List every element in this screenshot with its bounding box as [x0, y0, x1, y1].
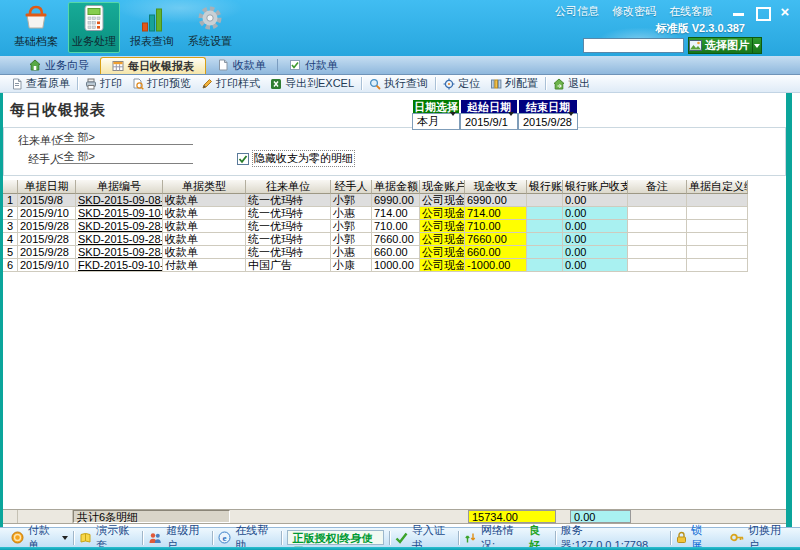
- print-button[interactable]: 打印: [80, 76, 127, 92]
- status-super-user[interactable]: 超级用户: [143, 523, 212, 550]
- table-cell-memo: [628, 220, 687, 233]
- columns-button[interactable]: 列配置: [485, 76, 543, 92]
- doc-link[interactable]: SKD-2015-09-08-0001: [78, 194, 163, 206]
- table-cell-cash-account: 公司现金: [420, 207, 465, 220]
- query-button[interactable]: 执行查询: [364, 76, 433, 92]
- select-image-dropdown[interactable]: [752, 38, 761, 53]
- app-nav-calculator[interactable]: 业务处理: [68, 2, 120, 53]
- app-nav-label: 基础档案: [14, 34, 58, 49]
- partner-field[interactable]: <全 部>: [57, 130, 193, 145]
- table-cell-bank-account: [527, 194, 563, 207]
- table-cell-doc-no: SKD-2015-09-28-0001: [76, 220, 163, 233]
- report-panel: 每日收银报表 往来单位 <全 部> 经手人 <全 部> 隐藏收支为零的明细 日期…: [0, 93, 800, 527]
- status-switch-user[interactable]: 切换用户: [725, 523, 794, 550]
- basket-icon: [21, 3, 51, 32]
- table-cell-type: 付款单: [163, 259, 246, 272]
- header-cell: 单据自定义编号: [687, 180, 748, 194]
- table-cell-date: 2015/9/28: [18, 233, 76, 246]
- home-icon: [29, 59, 41, 71]
- page-title: 每日收银报表: [10, 101, 106, 120]
- table-cell-custom-no: [687, 220, 748, 233]
- status-demo-account[interactable]: 演示账套: [74, 523, 142, 550]
- date-range-select[interactable]: 本月: [412, 113, 460, 130]
- excel-button[interactable]: 导出到EXCEL: [265, 76, 359, 92]
- end-date-select[interactable]: 2015/9/28: [518, 113, 578, 130]
- minimize-button[interactable]: [732, 6, 746, 18]
- toolbar-button-label: 打印预览: [147, 76, 191, 91]
- print-style-icon: [201, 78, 213, 90]
- status-lock-screen[interactable]: 锁 屏: [671, 523, 725, 550]
- locate-button[interactable]: 定位: [438, 76, 485, 92]
- table-row[interactable]: 62015/9/10FKD-2015-09-10-001付款单中国广告小康100…: [3, 259, 748, 272]
- date-filter-header: 结束日期: [518, 99, 578, 113]
- doc-link[interactable]: SKD-2015-09-28-0002: [78, 233, 163, 245]
- print-icon: [85, 78, 97, 90]
- tab-label: 业务向导: [45, 58, 89, 73]
- link-change-password[interactable]: 修改密码: [612, 4, 656, 19]
- table-row[interactable]: 12015/9/8SKD-2015-09-08-0001收款单统一优玛特小郭69…: [3, 194, 748, 207]
- tab-wizard[interactable]: 业务向导: [18, 56, 100, 74]
- tab-daily-cash-report[interactable]: 每日收银报表: [100, 57, 206, 74]
- doc-link[interactable]: SKD-2015-09-28-0001: [78, 220, 163, 232]
- summary-blank-cell: [3, 510, 18, 523]
- toolbar-button-label: 导出到EXCEL: [285, 76, 354, 91]
- handler-field[interactable]: <全 部>: [57, 149, 193, 164]
- preview-button[interactable]: 打印预览: [127, 76, 196, 92]
- table-row[interactable]: 42015/9/28SKD-2015-09-28-0002收款单统一优玛特小郭7…: [3, 233, 748, 246]
- table-cell-cash-flow: -1000.00: [465, 259, 527, 272]
- status-online-help[interactable]: e在线帮助: [213, 523, 281, 550]
- close-button[interactable]: ×: [778, 6, 792, 18]
- table-cell-amount: 710.00: [372, 220, 420, 233]
- header-cell: 现金账户: [420, 180, 465, 194]
- tab-label: 付款单: [305, 58, 338, 73]
- hide-zero-checkbox-row[interactable]: 隐藏收支为零的明细: [237, 150, 355, 167]
- locate-icon: [443, 78, 455, 90]
- status-payment-doc-label: 付款单: [28, 523, 58, 550]
- table-cell-doc-no: SKD-2015-09-28-0002: [76, 233, 163, 246]
- view-doc-button[interactable]: 查看原单: [6, 76, 75, 92]
- row-number-cell: 4: [3, 233, 18, 246]
- toolbar-separator: [435, 77, 436, 90]
- tab-receipt[interactable]: 收款单: [206, 56, 277, 74]
- table-cell-cash-flow: 660.00: [465, 246, 527, 259]
- table-cell-cash-account: 公司现金: [420, 220, 465, 233]
- exit-button[interactable]: 退出: [548, 76, 595, 92]
- status-server-label: 服务器:127.0.0.1:7798: [561, 523, 665, 550]
- table-cell-type: 收款单: [163, 246, 246, 259]
- table-cell-type: 收款单: [163, 207, 246, 220]
- doc-link[interactable]: SKD-2015-09-28-0003: [78, 246, 163, 258]
- header-cell: 经手人: [331, 180, 372, 194]
- image-path-input[interactable]: [583, 38, 684, 53]
- status-payment-doc[interactable]: 付款单: [6, 523, 73, 550]
- checkbox-checked-icon[interactable]: [237, 153, 249, 165]
- chevron-down-icon: [568, 116, 574, 128]
- table-cell-bank-account: [527, 207, 563, 220]
- link-online-service[interactable]: 在线客服: [669, 4, 713, 19]
- table-row[interactable]: 52015/9/28SKD-2015-09-28-0003收款单统一优玛特小惠6…: [3, 246, 748, 259]
- doc-link[interactable]: SKD-2015-09-10-0001: [78, 207, 163, 219]
- print-style-button[interactable]: 打印样式: [196, 76, 265, 92]
- status-online-help-label: 在线帮助: [235, 523, 276, 550]
- maximize-button[interactable]: [755, 6, 769, 18]
- start-date-select[interactable]: 2015/9/1: [460, 113, 518, 130]
- table-cell-bank-account: [527, 220, 563, 233]
- tab-payment[interactable]: 付款单: [278, 56, 349, 74]
- table-row[interactable]: 22015/9/10SKD-2015-09-10-0001收款单统一优玛特小惠7…: [3, 207, 748, 220]
- toolbar-separator: [361, 77, 362, 90]
- app-nav-basket[interactable]: 基础档案: [10, 2, 62, 53]
- table-cell-memo: [628, 246, 687, 259]
- doc-link[interactable]: FKD-2015-09-10-001: [78, 259, 163, 271]
- table-cell-bank-flow: 0.00: [563, 194, 628, 207]
- header-cell: 单据类型: [163, 180, 246, 194]
- lock-icon: [676, 531, 687, 544]
- table-row[interactable]: 32015/9/28SKD-2015-09-28-0001收款单统一优玛特小郭7…: [3, 220, 748, 233]
- select-image-button[interactable]: 选择图片: [688, 37, 762, 54]
- app-nav-chart[interactable]: 报表查询: [126, 2, 178, 53]
- app-nav-gear[interactable]: 系统设置: [184, 2, 236, 53]
- link-company-info[interactable]: 公司信息: [555, 4, 599, 19]
- calculator-icon: [81, 3, 107, 32]
- table-header-row: 单据日期单据编号单据类型往来单位经手人单据金额现金账户现金收支银行账户银行账户收…: [3, 180, 748, 194]
- table-cell-custom-no: [687, 207, 748, 220]
- status-import-cert[interactable]: 导入证书: [390, 523, 458, 550]
- app-nav: 基础档案业务处理报表查询系统设置: [10, 2, 236, 53]
